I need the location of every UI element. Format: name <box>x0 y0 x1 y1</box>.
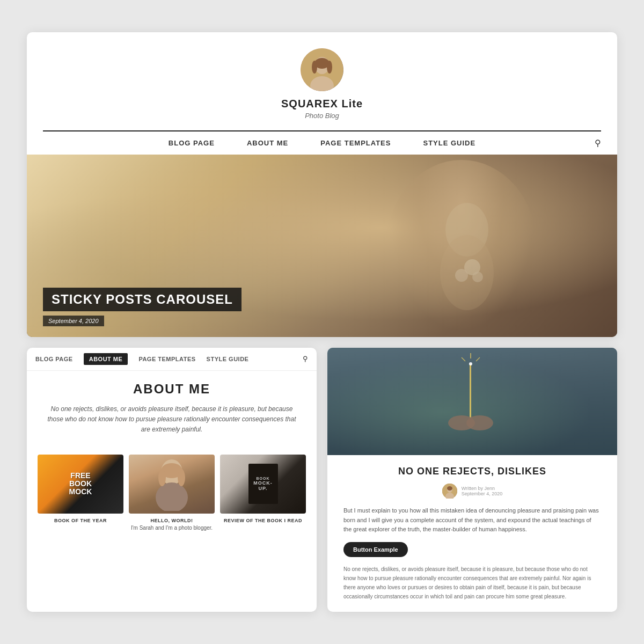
about-description: No one rejects, dislikes, or avoids plea… <box>43 404 301 435</box>
nav-page-templates[interactable]: PAGE TEMPLATES <box>320 139 391 147</box>
post-excerpt: But I must explain to you how all this m… <box>343 506 601 535</box>
site-title: SQUAREX Lite <box>281 98 363 110</box>
thumb-label-3: REVIEW OF THE BOOK I READ <box>224 518 302 523</box>
svg-point-10 <box>472 272 483 282</box>
nav-blog-page[interactable]: BLOG PAGE <box>169 139 215 147</box>
about-section: ABOUT ME No one rejects, dislikes, or av… <box>27 371 317 446</box>
hero-title-box: STICKY POSTS CAROUSEL <box>43 288 241 311</box>
thumb-sub-2: I'm Sarah and I'm a photo blogger. <box>131 525 213 531</box>
outer-wrapper: SQUAREX Lite Photo Blog BLOG PAGE ABOUT … <box>27 32 617 612</box>
bottom-nav-style[interactable]: STYLE GUIDE <box>207 356 249 362</box>
main-nav: BLOG PAGE ABOUT ME PAGE TEMPLATES STYLE … <box>27 131 617 155</box>
bottom-left-card: BLOG PAGE ABOUT ME PAGE TEMPLATES STYLE … <box>27 348 317 612</box>
search-icon[interactable]: ⚲ <box>595 138 601 148</box>
thumb-label-2: HELLO, WORLD! <box>151 518 193 523</box>
hero-content: STICKY POSTS CAROUSEL September 4, 2020 <box>43 288 241 326</box>
bottom-nav-about[interactable]: ABOUT ME <box>84 353 128 365</box>
svg-point-26 <box>447 486 452 491</box>
author-name-label: Written by Jenn <box>462 486 503 491</box>
hero-date-box: September 4, 2020 <box>43 316 104 326</box>
thumb-image-1: FREEBOOKMOCK <box>38 455 123 514</box>
author-row: Written by Jenn September 4, 2020 <box>343 484 601 499</box>
thumb-item-3: BOOK MOCK-UP. REVIEW OF THE BOOK I READ <box>220 455 306 531</box>
bottom-nav: BLOG PAGE ABOUT ME PAGE TEMPLATES STYLE … <box>27 348 317 371</box>
svg-point-13 <box>156 482 188 511</box>
right-post-title: NO ONE REJECTS, DISLIKES <box>343 466 601 477</box>
bottom-nav-blog[interactable]: BLOG PAGE <box>35 356 73 362</box>
svg-point-5 <box>327 61 332 74</box>
svg-point-17 <box>469 362 472 365</box>
right-hero-image <box>327 348 617 455</box>
right-content: NO ONE REJECTS, DISLIKES Written by Jenn… <box>327 455 617 612</box>
svg-line-20 <box>476 357 480 361</box>
book-text: FREEBOOKMOCK <box>69 472 92 496</box>
author-info: Written by Jenn September 4, 2020 <box>462 486 503 496</box>
bottom-nav-templates[interactable]: PAGE TEMPLATES <box>138 356 195 362</box>
thumb-label-1: BOOK OF THE YEAR <box>54 518 107 523</box>
button-example[interactable]: Button Example <box>343 542 408 557</box>
svg-point-9 <box>455 269 468 282</box>
thumb-image-2 <box>129 455 215 514</box>
author-avatar <box>442 484 457 499</box>
svg-point-22 <box>466 415 493 430</box>
author-date: September 4, 2020 <box>462 491 503 496</box>
svg-line-19 <box>462 357 465 361</box>
search-icon-sm[interactable]: ⚲ <box>303 355 308 363</box>
thumb-item-2: HELLO, WORLD! I'm Sarah and I'm a photo … <box>129 455 215 531</box>
svg-point-4 <box>312 61 317 74</box>
nav-style-guide[interactable]: STYLE GUIDE <box>423 139 475 147</box>
top-card: SQUAREX Lite Photo Blog BLOG PAGE ABOUT … <box>27 32 617 337</box>
about-title: ABOUT ME <box>43 382 301 397</box>
bottom-row: BLOG PAGE ABOUT ME PAGE TEMPLATES STYLE … <box>27 348 617 612</box>
book-mockup-dash: MOCK-UP. <box>251 480 276 491</box>
svg-rect-16 <box>470 364 471 418</box>
nav-about-me[interactable]: ABOUT ME <box>247 139 288 147</box>
thumb-item-1: FREEBOOKMOCK BOOK OF THE YEAR <box>38 455 123 531</box>
hero-image: STICKY POSTS CAROUSEL September 4, 2020 <box>27 155 617 337</box>
site-header: SQUAREX Lite Photo Blog <box>27 32 617 130</box>
book-mockup-label: BOOK <box>257 477 270 480</box>
hero-date: September 4, 2020 <box>48 318 99 324</box>
thumb-image-3: BOOK MOCK-UP. <box>220 455 306 514</box>
bottom-right-card: NO ONE REJECTS, DISLIKES Written by Jenn… <box>327 348 617 612</box>
thumbnail-row: FREEBOOKMOCK BOOK OF THE YEAR <box>27 446 317 535</box>
svg-point-14 <box>158 469 166 486</box>
avatar <box>301 48 343 91</box>
site-subtitle: Photo Blog <box>305 112 339 120</box>
hero-title: STICKY POSTS CAROUSEL <box>52 292 233 307</box>
svg-point-15 <box>178 469 185 486</box>
post-body: No one rejects, dislikes, or avoids plea… <box>343 565 601 601</box>
